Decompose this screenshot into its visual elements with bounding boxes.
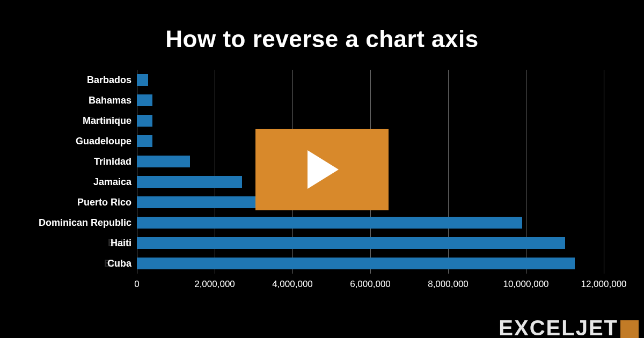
y-axis-label: Bahamas <box>3 95 131 106</box>
y-axis-label: Trinidad <box>3 156 131 167</box>
y-axis-label: Puerto Rico <box>3 197 131 208</box>
y-axis-label: Barbados <box>3 75 131 85</box>
x-axis-tick: 10,000,000 <box>503 279 548 290</box>
x-axis-tick: 4,000,000 <box>272 279 313 290</box>
play-icon <box>303 148 341 191</box>
bar <box>137 135 152 147</box>
y-axis-label: Dominican Republic <box>3 217 131 228</box>
y-axis-label: Cuba <box>3 258 131 269</box>
x-axis-tick: 0 <box>134 279 139 290</box>
bar <box>137 74 148 86</box>
y-axis-label: Jamaica <box>3 177 131 187</box>
bar <box>137 258 575 269</box>
grid-line <box>604 70 604 274</box>
bar <box>137 156 190 167</box>
y-axis-label: Haiti <box>3 238 131 248</box>
brand-accent-icon <box>620 320 639 338</box>
bar <box>137 94 152 106</box>
brand-logo: EXCELJET <box>499 316 639 338</box>
bar <box>137 196 269 208</box>
bar <box>137 176 242 188</box>
page-title: How to reverse a chart axis <box>0 0 644 58</box>
brand-text: EXCELJET <box>499 316 618 338</box>
x-axis-tick: 12,000,000 <box>581 279 626 290</box>
x-axis-tick: 8,000,000 <box>428 279 469 290</box>
y-axis-label: Guadeloupe <box>3 136 131 146</box>
bar <box>137 237 565 249</box>
bar <box>137 217 522 229</box>
play-button[interactable] <box>255 129 389 210</box>
svg-marker-0 <box>308 150 339 189</box>
y-axis-label: Martinique <box>3 115 131 126</box>
x-axis-tick: 2,000,000 <box>194 279 235 290</box>
bar <box>137 115 152 127</box>
x-axis-tick: 6,000,000 <box>350 279 391 290</box>
